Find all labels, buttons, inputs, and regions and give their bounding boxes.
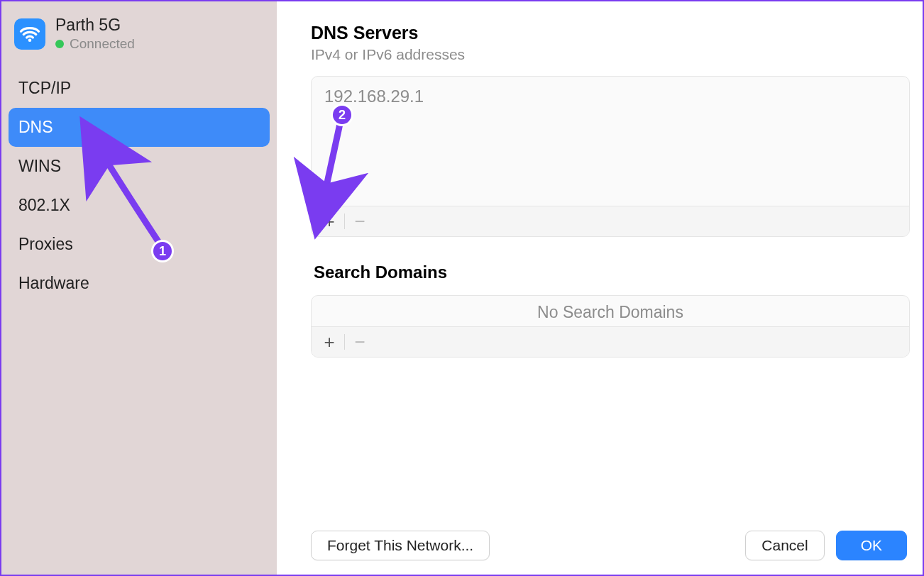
wifi-icon	[14, 18, 45, 50]
forget-network-button[interactable]: Forget This Network...	[311, 531, 490, 560]
sidebar: Parth 5G Connected TCP/IP DNS WINS 802.1…	[1, 1, 277, 575]
separator	[344, 214, 345, 229]
network-name: Parth 5G	[55, 16, 135, 35]
svg-point-0	[28, 38, 32, 42]
search-domains-placeholder: No Search Domains	[312, 296, 909, 326]
sidebar-nav: TCP/IP DNS WINS 802.1X Proxies Hardware	[9, 69, 270, 303]
dns-servers-footer: + −	[312, 206, 909, 236]
dns-add-button[interactable]: +	[317, 209, 341, 233]
search-domains-add-button[interactable]: +	[317, 330, 341, 354]
wifi-meta: Parth 5G Connected	[55, 16, 135, 52]
sidebar-item-hardware[interactable]: Hardware	[9, 264, 270, 303]
separator	[344, 334, 345, 350]
sidebar-item-8021x[interactable]: 802.1X	[9, 186, 270, 225]
search-domains-title: Search Domains	[311, 262, 910, 282]
dns-servers-list[interactable]: 192.168.29.1 + −	[311, 76, 910, 237]
main-panel: DNS Servers IPv4 or IPv6 addresses 192.1…	[277, 1, 923, 575]
search-domains-remove-button[interactable]: −	[348, 330, 372, 354]
dns-servers-title: DNS Servers	[311, 23, 910, 43]
sidebar-item-tcpip[interactable]: TCP/IP	[9, 69, 270, 108]
sidebar-item-proxies[interactable]: Proxies	[9, 225, 270, 264]
network-status: Connected	[70, 36, 135, 52]
network-settings-window: Parth 5G Connected TCP/IP DNS WINS 802.1…	[1, 1, 923, 575]
sidebar-item-dns[interactable]: DNS	[9, 108, 270, 147]
dns-servers-subtitle: IPv4 or IPv6 addresses	[311, 46, 910, 63]
ok-button[interactable]: OK	[836, 531, 907, 560]
dialog-footer: Forget This Network... Cancel OK	[311, 526, 910, 565]
sidebar-item-wins[interactable]: WINS	[9, 147, 270, 186]
wifi-header: Parth 5G Connected	[9, 9, 270, 57]
network-status-row: Connected	[55, 36, 135, 52]
search-domains-list[interactable]: No Search Domains + −	[311, 295, 910, 358]
status-dot-icon	[55, 40, 64, 48]
dns-remove-button[interactable]: −	[348, 209, 372, 233]
dns-entry[interactable]: 192.168.29.1	[324, 87, 896, 106]
dns-servers-body[interactable]: 192.168.29.1	[312, 77, 909, 206]
search-domains-footer: + −	[312, 326, 909, 357]
cancel-button[interactable]: Cancel	[745, 531, 824, 560]
